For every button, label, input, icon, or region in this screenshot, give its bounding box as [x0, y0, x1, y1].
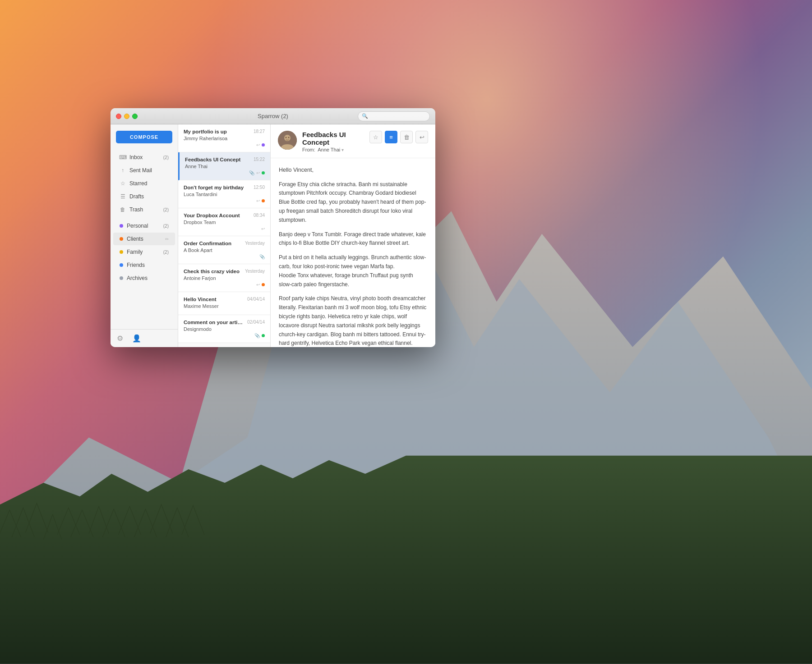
clients-dot: [120, 237, 123, 241]
email-subject: Maxime Messer: [184, 303, 265, 309]
archives-dot: [120, 276, 123, 280]
email-header: Feedbacks UI Concept From: Anne Thai ▾ ☆…: [271, 124, 435, 158]
reading-pane: Feedbacks UI Concept From: Anne Thai ▾ ☆…: [271, 124, 435, 347]
email-item[interactable]: Order Confirmation Yesterday A Book Apar…: [178, 236, 270, 264]
email-subject: Luca Tantardini: [184, 192, 265, 197]
star-button[interactable]: ☆: [369, 131, 382, 143]
family-badge: (2): [163, 250, 169, 255]
search-icon: 🔍: [362, 113, 368, 119]
sidebar-item-trash[interactable]: 🗑 Trash (2): [113, 203, 175, 216]
delete-button[interactable]: 🗑: [400, 131, 413, 143]
drafts-icon: ☰: [120, 193, 126, 200]
email-item[interactable]: Your Dropbox Account 08:34 Dropbox Team …: [178, 208, 270, 236]
reply-icon: ↩: [256, 170, 260, 175]
friends-dot: [120, 263, 123, 267]
from-name: Anne Thai: [318, 147, 340, 152]
reply-icon: ↩: [256, 282, 260, 287]
trash-icon: 🗑: [120, 206, 126, 213]
friends-label: Friends: [127, 262, 169, 268]
sidebar-item-sent[interactable]: ↑ Sent Mail: [113, 164, 175, 177]
email-sender: Hello Vincent: [184, 297, 245, 302]
minimize-button[interactable]: [124, 114, 129, 119]
email-subject: Jimmy Raherlarisoa: [184, 136, 265, 141]
family-label: Family: [127, 249, 160, 255]
email-item[interactable]: Don't forget my birthday 12:50 Luca Tant…: [178, 180, 270, 208]
email-paragraph: Forage Etsy chia cliche sriracha. Banh m…: [279, 180, 427, 225]
title-bar: Sparrow (2) 🔍: [111, 108, 435, 124]
email-paragraph: Banjo deep v Tonx Tumblr. Forage direct …: [279, 230, 427, 248]
from-dropdown-icon[interactable]: ▾: [341, 147, 344, 152]
main-content: COMPOSE ⌨ Inbox (2) ↑ Sent Mail ☆ Starre…: [111, 124, 435, 347]
unread-dot: [262, 334, 265, 337]
compose-button[interactable]: COMPOSE: [116, 131, 172, 143]
reply-icon: ↩: [256, 142, 260, 147]
search-bar[interactable]: 🔍: [358, 111, 430, 121]
sent-label: Sent Mail: [129, 167, 169, 174]
email-paragraph: Roof party kale chips Neutra, vinyl phot…: [279, 294, 427, 347]
email-subject: A Book Apart: [184, 247, 265, 253]
label-button[interactable]: ≡: [385, 131, 397, 143]
attachment-icon: 📎: [259, 254, 265, 259]
email-subject: Designmodo: [184, 326, 265, 332]
sent-icon: ↑: [120, 167, 126, 174]
email-time: Yesterday: [245, 241, 265, 246]
email-time: Yesterday: [245, 269, 265, 274]
sidebar-item-friends[interactable]: Friends: [113, 259, 175, 271]
trash-label: Trash: [129, 206, 160, 213]
inbox-label: Inbox: [129, 154, 160, 160]
inbox-icon: ⌨: [120, 154, 126, 160]
email-sender: My portfolio is up: [184, 129, 251, 134]
sidebar-item-personal[interactable]: Personal (2): [113, 220, 175, 232]
email-time: 15:22: [254, 157, 265, 162]
inbox-badge: (2): [163, 155, 169, 160]
sidebar-nav: ⌨ Inbox (2) ↑ Sent Mail ☆ Starred ☰ Draf…: [111, 149, 178, 329]
svg-point-2: [286, 137, 287, 138]
traffic-lights: [116, 114, 138, 119]
reply-button[interactable]: ↩: [415, 131, 428, 143]
email-item[interactable]: My portfolio is up 18:27 Jimmy Raherlari…: [178, 124, 270, 152]
attachment-icon: 📎: [249, 170, 254, 175]
sidebar-item-starred[interactable]: ☆ Starred: [113, 177, 175, 190]
email-sender: Feedbacks UI Concept: [185, 157, 251, 162]
email-sender: Check this crazy video: [184, 269, 242, 274]
window-title: Sparrow (2): [258, 113, 288, 119]
email-time: 02/04/14: [247, 320, 265, 325]
avatar: [278, 131, 297, 150]
sidebar-item-drafts[interactable]: ☰ Drafts: [113, 190, 175, 203]
archives-label: Archives: [127, 275, 169, 281]
personal-label: Personal: [127, 223, 160, 229]
settings-icon[interactable]: ⚙: [117, 334, 123, 343]
from-label: From:: [302, 147, 315, 152]
trash-badge: (2): [163, 207, 169, 212]
email-sender: Your Dropbox Account: [184, 213, 251, 218]
unread-dot: [262, 283, 265, 286]
avatar-image: [278, 131, 297, 150]
starred-label: Starred: [129, 180, 169, 187]
email-item[interactable]: Hello Vincent 04/04/14 Maxime Messer: [178, 292, 270, 315]
email-subject: Anne Thai: [185, 164, 265, 169]
email-time: 08:34: [254, 213, 265, 218]
sidebar-item-clients[interactable]: Clients ✏: [113, 233, 175, 245]
email-sender: Don't forget my birthday: [184, 185, 251, 190]
sidebar-item-archives[interactable]: Archives: [113, 272, 175, 284]
email-subject: Antoine Farjon: [184, 275, 265, 281]
unread-dot: [262, 143, 265, 147]
close-button[interactable]: [116, 114, 121, 119]
email-subject-title: Feedbacks UI Concept: [302, 131, 364, 146]
sidebar-item-family[interactable]: Family (2): [113, 246, 175, 258]
unread-dot: [262, 199, 265, 202]
family-dot: [120, 250, 123, 254]
email-item[interactable]: Comment on your article 02/04/14 Designm…: [178, 315, 270, 343]
drafts-label: Drafts: [129, 193, 169, 200]
email-sender: Comment on your article: [184, 320, 245, 325]
email-actions: ☆ ≡ 🗑 ↩: [369, 131, 428, 143]
clients-label: Clients: [127, 236, 161, 242]
sidebar-item-inbox[interactable]: ⌨ Inbox (2): [113, 151, 175, 164]
email-list: My portfolio is up 18:27 Jimmy Raherlari…: [178, 124, 271, 347]
email-item[interactable]: Feedbacks UI Concept 15:22 Anne Thai 📎 ↩: [178, 152, 270, 180]
sidebar: COMPOSE ⌨ Inbox (2) ↑ Sent Mail ☆ Starre…: [111, 124, 178, 347]
profile-icon[interactable]: 👤: [132, 334, 141, 343]
email-item[interactable]: Check this crazy video Yesterday Antoine…: [178, 264, 270, 292]
email-body: Hello Vincent, Forage Etsy chia cliche s…: [271, 158, 435, 347]
maximize-button[interactable]: [132, 114, 138, 119]
